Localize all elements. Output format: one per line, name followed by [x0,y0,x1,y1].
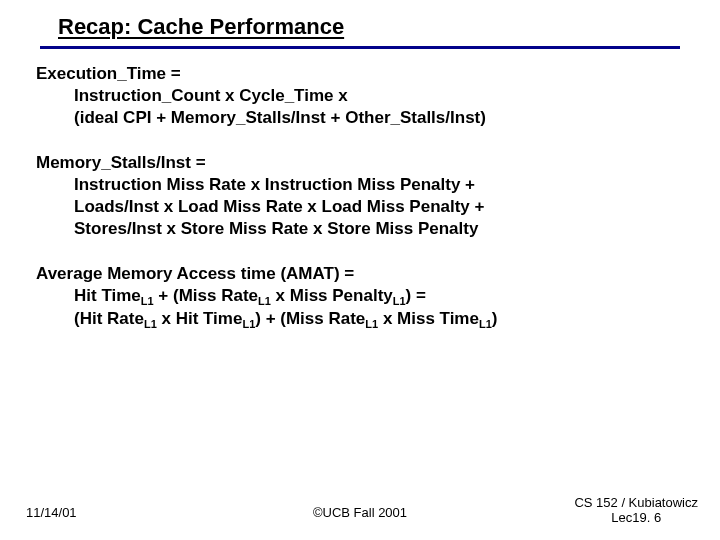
formula-block-exec-time: Execution_Time = Instruction_Count x Cyc… [36,63,680,128]
text-span: x Hit Time [157,309,243,328]
text-line: Memory_Stalls/Inst = [36,152,680,174]
text-span: x Miss Time [378,309,479,328]
subscript: L1 [479,319,492,331]
slide: Recap: Cache Performance Execution_Time … [0,0,720,540]
slide-title: Recap: Cache Performance [58,14,344,40]
text-line: Instruction Miss Rate x Instruction Miss… [36,174,680,196]
text-line: (Hit RateL1 x Hit TimeL1) + (Miss RateL1… [36,308,680,331]
formula-block-mem-stalls: Memory_Stalls/Inst = Instruction Miss Ra… [36,152,680,239]
text-span: ) [492,309,498,328]
subscript: L1 [393,295,406,307]
subscript: L1 [242,319,255,331]
text-line: Stores/Inst x Store Miss Rate x Store Mi… [36,218,680,240]
footer-course-line1: CS 152 / Kubiatowicz [574,495,698,511]
formula-block-amat: Average Memory Access time (AMAT) = Hit … [36,263,680,332]
text-line: Average Memory Access time (AMAT) = [36,263,680,285]
footer-course: CS 152 / Kubiatowicz Lec19. 6 [574,495,698,526]
subscript: L1 [258,295,271,307]
text-span: ) + (Miss Rate [255,309,365,328]
text-line: Instruction_Count x Cycle_Time x [36,85,680,107]
footer-course-line2: Lec19. 6 [574,510,698,526]
text-span: ) = [406,286,426,305]
text-line: (ideal CPI + Memory_Stalls/Inst + Other_… [36,107,680,129]
text-span: Hit Time [74,286,141,305]
subscript: L1 [144,319,157,331]
text-span: + (Miss Rate [154,286,258,305]
text-line: Execution_Time = [36,63,680,85]
subscript: L1 [141,295,154,307]
subscript: L1 [365,319,378,331]
text-span: (Hit Rate [74,309,144,328]
slide-body: Execution_Time = Instruction_Count x Cyc… [0,49,720,332]
title-wrap: Recap: Cache Performance [0,0,720,40]
text-span: x Miss Penalty [271,286,393,305]
text-line: Loads/Inst x Load Miss Rate x Load Miss … [36,196,680,218]
text-line: Hit TimeL1 + (Miss RateL1 x Miss Penalty… [36,285,680,308]
